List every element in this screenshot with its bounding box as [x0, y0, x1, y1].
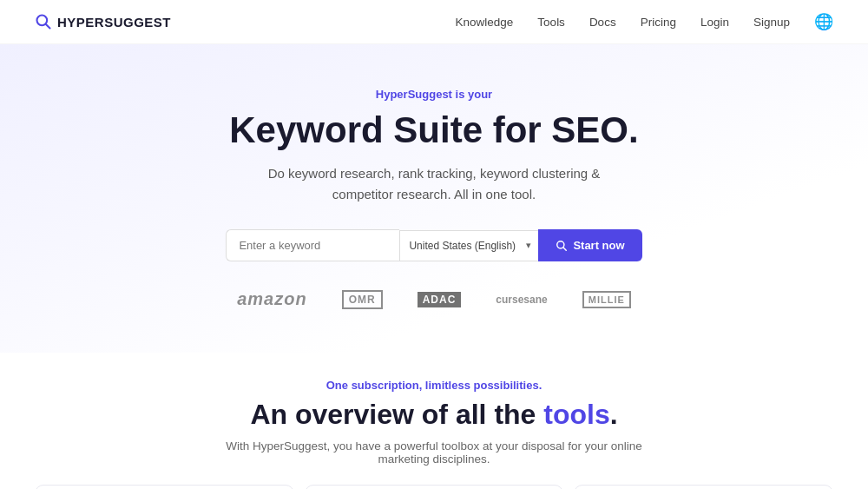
- svg-line-3: [563, 248, 566, 250]
- card-longtail[interactable]: Longtail Keywords Find Keyword Ideas for…: [35, 485, 294, 489]
- tools-tag: One subscription, limitless possibilitie…: [35, 379, 833, 392]
- logo-adac: ADAC: [418, 292, 462, 307]
- logo-text: HYPERSUGGEST: [57, 15, 171, 30]
- nav-tools[interactable]: Tools: [537, 16, 565, 29]
- search-input[interactable]: [226, 229, 399, 261]
- language-icon: 🌐: [814, 13, 833, 30]
- logo-icon: [35, 13, 52, 30]
- tools-description: With HyperSuggest, you have a powerful t…: [208, 439, 660, 466]
- nav-pricing[interactable]: Pricing: [641, 16, 676, 29]
- search-button[interactable]: Start now: [538, 229, 641, 261]
- country-selector-wrapper: United States (English) United Kingdom (…: [399, 229, 538, 261]
- card-people-also-asked[interactable]: People Also Asked Find questions your cu…: [574, 485, 833, 489]
- nav-signup[interactable]: Signup: [753, 16, 790, 29]
- logo[interactable]: HYPERSUGGEST: [35, 13, 171, 30]
- hero-section: HyperSuggest is your Keyword Suite for S…: [0, 44, 868, 353]
- logo-omr: OMR: [342, 290, 383, 309]
- country-select[interactable]: United States (English) United Kingdom (…: [399, 230, 538, 261]
- cta-label: Start now: [573, 239, 624, 252]
- hero-title: Keyword Suite for SEO.: [35, 109, 833, 151]
- language-button[interactable]: 🌐: [814, 12, 833, 31]
- tools-cards-grid: Longtail Keywords Find Keyword Ideas for…: [35, 485, 833, 489]
- hero-subtitle: Do keyword research, rank tracking, keyw…: [252, 163, 616, 205]
- tools-section: One subscription, limitless possibilitie…: [0, 353, 868, 489]
- svg-line-1: [46, 24, 50, 29]
- tools-title: An overview of all the tools.: [35, 399, 833, 431]
- navigation: HYPERSUGGEST Knowledge Tools Docs Pricin…: [0, 0, 868, 44]
- hero-tag: HyperSuggest is your: [35, 88, 833, 101]
- search-icon: [556, 240, 568, 252]
- logo-millie: MILLIE: [582, 291, 631, 308]
- nav-login[interactable]: Login: [700, 16, 729, 29]
- logo-cursesane: cursesane: [496, 294, 547, 306]
- nav-docs[interactable]: Docs: [589, 16, 616, 29]
- nav-knowledge[interactable]: Knowledge: [456, 16, 514, 29]
- logo-amazon: amazon: [237, 289, 306, 309]
- partner-logos: amazon OMR ADAC cursesane MILLIE: [35, 272, 833, 318]
- search-bar: United States (English) United Kingdom (…: [35, 229, 833, 261]
- nav-links: Knowledge Tools Docs Pricing Login Signu…: [456, 12, 833, 31]
- card-rank-tracking[interactable]: Daily Rank Tracking Track your rankings …: [305, 485, 564, 489]
